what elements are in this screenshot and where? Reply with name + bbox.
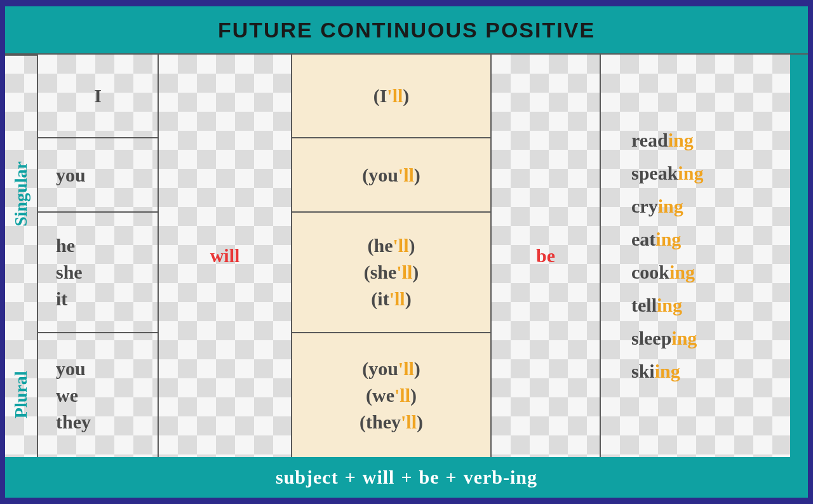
contraction-youll-sg: (you'll) [292,138,490,213]
contraction-text: (she'll) [364,262,419,283]
verb-item: sleeping [631,328,703,349]
contraction-text: (you'll) [362,358,420,380]
pronoun-you-sg: you [38,138,158,213]
formula-footer: subject + will + be + verb-ing [5,457,808,498]
verb-item: cooking [631,262,703,283]
contraction-text: (I'll) [373,85,410,107]
contraction-text: (they'll) [359,411,423,433]
verb-item: speaking [631,162,703,184]
page-title: FUTURE CONTINUOUS POSITIVE [5,6,808,53]
pronoun-text: they [56,411,91,433]
contraction-text: (we'll) [366,385,417,406]
formula-subject: subject [276,467,339,488]
pronoun-he-she-it: he she it [38,213,158,333]
outer-frame: FUTURE CONTINUOUS POSITIVE Singular Plur… [0,0,813,504]
pronoun-you-we-they: you we they [38,333,158,457]
verb-item: eating [631,229,703,250]
formula-plus: + [345,467,356,488]
verb-item: crying [631,196,703,217]
contraction-text: (it'll) [371,288,411,310]
side-labels-col: Singular Plural [5,55,38,457]
verb-item: reading [631,129,703,151]
label-plural: Plural [5,333,37,457]
label-singular: Singular [5,55,37,333]
contraction-he-she-it: (he'll) (she'll) (it'll) [292,213,490,333]
verb-list: reading speaking crying eating cooking t… [631,129,703,382]
contraction-ill: (I'll) [292,55,490,138]
contraction-you-we-they: (you'll) (we'll) (they'll) [292,333,490,457]
pronoun-text: it [56,288,67,310]
contraction-text: (he'll) [367,235,415,256]
be-col: be [492,55,600,457]
verb-item: skiing [631,361,703,382]
diagram-frame: FUTURE CONTINUOUS POSITIVE Singular Plur… [5,6,808,498]
pronoun-text: I [94,85,102,107]
pronoun-text: he [56,235,75,256]
aux-will: will [210,245,240,267]
verb-item: telling [631,295,703,316]
pronoun-text: you [56,164,86,186]
pronoun-text: she [56,262,83,283]
formula-will: will [363,467,395,488]
title-text: FUTURE CONTINUOUS POSITIVE [218,18,595,43]
formula-verbing: verb-ing [464,467,537,488]
grammar-table: Singular Plural I you he she it [5,53,808,457]
pronoun-text: you [56,358,86,380]
pronoun-i: I [38,55,158,138]
verb-col: reading speaking crying eating cooking t… [600,55,790,457]
formula-be: be [419,467,440,488]
contraction-col: (I'll) (you'll) (he'll) (she'll) (it'll)… [292,55,492,457]
formula-plus: + [446,467,457,488]
contraction-text: (you'll) [362,164,420,186]
formula-plus: + [401,467,412,488]
will-col: will [159,55,292,457]
pronoun-col: I you he she it you [38,55,159,457]
pronoun-text: we [56,385,78,406]
aux-be: be [536,245,555,267]
